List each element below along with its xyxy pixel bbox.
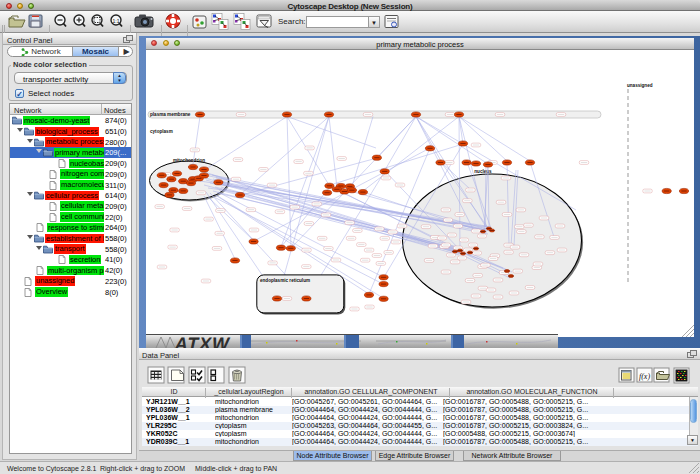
svg-text:plasma membrane: plasma membrane [150, 112, 191, 117]
svg-text:unassigned: unassigned [627, 83, 653, 88]
svg-text:endoplasmic reticulum: endoplasmic reticulum [260, 278, 310, 283]
svg-text:mitochondrion: mitochondrion [173, 158, 205, 163]
svg-text:cytoplasm: cytoplasm [150, 129, 173, 134]
svg-text:nucleus: nucleus [474, 169, 492, 174]
svg-text:f(x): f(x) [639, 372, 650, 381]
svg-text:ATXW: ATXW [173, 335, 232, 348]
svg-text:1:1: 1:1 [113, 18, 120, 24]
